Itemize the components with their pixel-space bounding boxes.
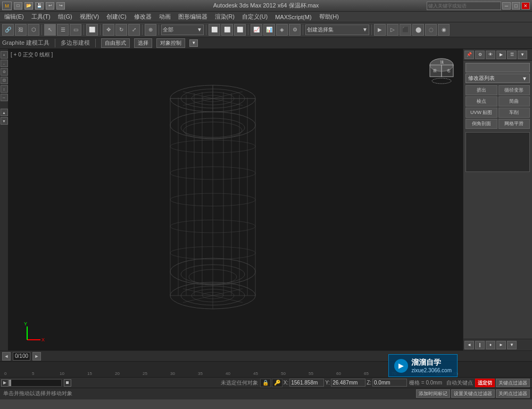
modifier-list-dropdown[interactable]: 修改器列表 ▼ — [466, 73, 530, 83]
rp-arrow-btn[interactable]: ▼ — [518, 51, 527, 59]
viewport[interactable]: [ + 0 正交 0 线框 ] 顶 前 右 — [9, 49, 463, 350]
rp-nav-back[interactable]: ◄ — [464, 341, 474, 349]
select-link-btn[interactable]: 🔗 — [2, 24, 14, 36]
addkey-btn[interactable]: 添加时间标记 — [416, 389, 450, 398]
select-filter-btn[interactable]: ⬜ — [86, 24, 98, 36]
rp-eye-btn[interactable]: 👁 — [486, 51, 495, 59]
uvw-map-btn[interactable]: UVW 贴图 — [466, 108, 497, 118]
save-btn[interactable]: 💾 — [35, 2, 44, 10]
simplify-btn[interactable]: 简曲 — [498, 96, 530, 107]
y-coord[interactable] — [331, 379, 365, 387]
lathe-btn[interactable]: 车削 — [498, 108, 530, 118]
close-btn[interactable]: ✕ — [521, 2, 530, 10]
tl-arrow-right[interactable]: ► — [32, 352, 41, 361]
setkey-btn[interactable]: 设置关键点过滤器 — [451, 389, 495, 398]
open-btn[interactable]: 📂 — [24, 2, 33, 10]
scrubber[interactable] — [9, 379, 62, 387]
lt-btn-4[interactable]: ⊡ — [1, 77, 8, 84]
rp-search-field[interactable] — [466, 63, 530, 72]
z-coord[interactable] — [372, 379, 407, 387]
selection-set-combo[interactable]: 创建选择集 ▼ — [305, 24, 369, 35]
mesh-smooth-btn[interactable]: 网格平滑 — [498, 119, 530, 129]
lt-btn-8[interactable]: ▼ — [1, 117, 8, 125]
raytracer-btn[interactable]: ◌ — [425, 24, 437, 36]
align-btn[interactable]: ⬜ — [221, 24, 233, 36]
menu-create[interactable]: 创建(C) — [103, 12, 129, 22]
schematic-view-btn[interactable]: 📊 — [263, 24, 275, 36]
layer-manager-btn[interactable]: ⬜ — [234, 24, 246, 36]
more-options-btn[interactable]: ▼ — [189, 39, 198, 47]
vertex-btn[interactable]: 棱点 — [466, 96, 497, 107]
lt-btn-7[interactable]: ▲ — [1, 109, 8, 116]
freeform-tab[interactable]: 自由形式 — [101, 38, 130, 48]
rect-select-btn[interactable]: ▭ — [70, 24, 81, 36]
menu-graph-editor[interactable]: 图形编辑器 — [175, 12, 211, 22]
menu-help[interactable]: 帮助(H) — [316, 12, 342, 22]
minimize-btn[interactable]: ─ — [502, 2, 511, 10]
rp-list-btn[interactable]: ☰ — [507, 51, 517, 59]
rotate-btn[interactable]: ↻ — [115, 24, 127, 36]
extrude-btn[interactable]: 挤出 — [466, 85, 497, 95]
modifier-search-input[interactable] — [466, 63, 530, 72]
search-input[interactable] — [427, 2, 501, 10]
object-ctrl-tab[interactable]: 对象控制 — [156, 38, 185, 48]
autokey-btn[interactable]: 适定切 — [475, 379, 495, 387]
svg-text:右: 右 — [447, 69, 451, 72]
menu-animation[interactable]: 动画 — [156, 12, 174, 22]
move-btn[interactable]: ✥ — [103, 24, 114, 36]
rp-pin-btn[interactable]: 📌 — [464, 51, 474, 59]
menu-maxscript[interactable]: MAXScript(M) — [272, 13, 314, 21]
selection-tab[interactable]: 选择 — [134, 38, 152, 48]
lt-btn-2[interactable]: - — [1, 60, 8, 67]
render-setup-btn[interactable]: ⚙ — [289, 24, 301, 36]
render-eff-btn[interactable]: ◉ — [438, 24, 450, 36]
path-deform-btn[interactable]: 循径变形 — [498, 85, 530, 95]
maximize-btn[interactable]: □ — [512, 2, 520, 10]
scale-btn[interactable]: ⤢ — [128, 24, 140, 36]
lt-btn-3[interactable]: ⊙ — [1, 68, 8, 76]
select-btn[interactable]: ↖ — [44, 24, 56, 36]
lock-icon[interactable]: 🔒 — [260, 379, 271, 387]
rp-nav-play[interactable]: ♦ — [486, 341, 495, 349]
ref-coord-btn[interactable]: ⊕ — [145, 24, 156, 36]
menu-group[interactable]: 组(G) — [55, 12, 76, 22]
stop-btn[interactable]: ⏹ — [64, 379, 71, 387]
render-btn[interactable]: ▶ — [374, 24, 386, 36]
rp-settings-btn[interactable]: ⚙ — [475, 51, 485, 59]
lt-btn-6[interactable]: ↔ — [1, 94, 8, 101]
enviro-btn[interactable]: ⬤ — [412, 24, 424, 36]
tl-arrow-left[interactable]: ◄ — [2, 352, 11, 361]
closekey-btn[interactable]: 关闭点过滤器 — [496, 389, 530, 398]
selection-combo[interactable]: 全部 ▼ — [161, 24, 204, 35]
select-by-name-btn[interactable]: ☰ — [57, 24, 69, 36]
x-coord[interactable] — [289, 379, 324, 387]
viewport-render-btn[interactable]: ▷ — [387, 24, 398, 36]
bevel-profile-btn[interactable]: 倒角剖面 — [466, 119, 497, 129]
unlink-btn[interactable]: ⛓ — [15, 24, 27, 36]
rp-nav-fwd[interactable]: ► — [496, 341, 506, 349]
play-btn[interactable]: ▶ — [1, 379, 9, 387]
scrubber-handle[interactable] — [9, 380, 11, 386]
menu-view[interactable]: 视图(V) — [77, 12, 103, 22]
key-icon[interactable]: 🔑 — [272, 379, 282, 387]
rp-nav-pause[interactable]: ‖ — [475, 341, 485, 349]
menu-edit[interactable]: 编辑(E) — [1, 12, 27, 22]
keyfilter-btn[interactable]: 关键点过滤器 — [496, 379, 530, 387]
menu-render[interactable]: 渲染(R) — [212, 12, 238, 22]
viewcube[interactable]: 顶 前 右 — [426, 54, 458, 86]
rp-nav-menu[interactable]: ▼ — [507, 341, 517, 349]
menu-tools[interactable]: 工具(T) — [28, 12, 54, 22]
rp-render-icon-btn[interactable]: ▶ — [496, 51, 506, 59]
mirror-btn[interactable]: ⬜ — [209, 24, 220, 36]
material-editor-btn[interactable]: ◈ — [276, 24, 288, 36]
render-last-btn[interactable]: ⬛ — [400, 24, 411, 36]
bind-space-warp-btn[interactable]: ⬡ — [28, 24, 39, 36]
new-btn[interactable]: □ — [14, 2, 22, 10]
undo-btn[interactable]: ↩ — [46, 2, 54, 10]
menu-modifier[interactable]: 修改器 — [131, 12, 155, 22]
curve-editor-btn[interactable]: 📈 — [251, 24, 262, 36]
menu-customize[interactable]: 自定义(U) — [239, 12, 271, 22]
redo-btn[interactable]: ↪ — [56, 2, 65, 10]
lt-btn-1[interactable]: + — [1, 51, 8, 59]
lt-btn-5[interactable]: ↕ — [1, 85, 8, 93]
